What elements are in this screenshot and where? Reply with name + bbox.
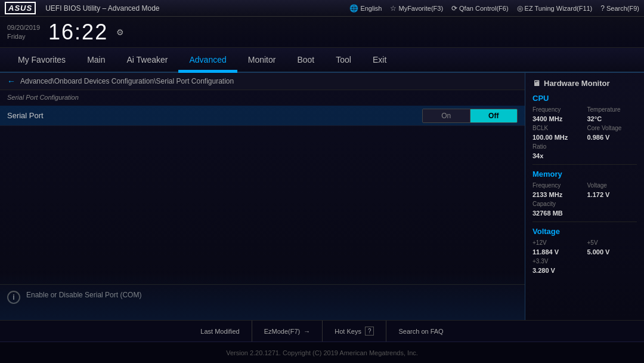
datetime-bar: 09/20/2019 Friday 16:22 ⚙ [0,17,644,48]
hw-divider-2 [532,222,637,222]
nav-ai-tweaker[interactable]: Ai Tweaker [116,48,178,72]
ezmode-item[interactable]: EzMode(F7) → [252,321,323,342]
star-icon: ☆ [390,4,397,13]
nav-exit[interactable]: Exit [362,48,397,72]
mem-volt-label: Voltage [587,182,637,189]
volt-5v-value: 5.000 V [587,248,637,256]
mem-freq-label: Frequency [532,182,583,189]
serial-port-toggle[interactable]: On Off [422,109,518,123]
cpu-section-title: CPU [532,94,637,103]
top-bar-items: 🌐 English ☆ MyFavorite(F3) ⟳ Qfan Contro… [349,4,639,13]
volt-33v-label: +3.3V [532,258,583,264]
nav-main[interactable]: Main [76,48,116,72]
top-bar: ASUS UEFI BIOS Utility – Advanced Mode 🌐… [0,0,644,17]
cpu-bclk-value: 100.00 MHz [532,134,583,141]
nav-tool[interactable]: Tool [325,48,362,72]
fan-icon: ⟳ [451,4,457,13]
footer: Version 2.20.1271. Copyright (C) 2019 Am… [0,342,644,363]
cpu-corevolt-value: 0.986 V [587,134,637,141]
globe-icon: 🌐 [349,4,358,13]
cpu-ratio-value: 34x [532,152,583,159]
hotkeys-label: Hot Keys [335,328,361,335]
bios-title: UEFI BIOS Utility – Advanced Mode [45,4,342,13]
language-selector[interactable]: 🌐 English [349,4,382,13]
table-row[interactable]: Serial Port On Off [0,106,525,126]
nav-monitor[interactable]: Monitor [237,48,287,72]
toggle-on-button[interactable]: On [423,109,470,122]
info-bar: i Enable or Disable Serial Port (COM) [0,284,525,320]
mem-cap-label-empty [587,201,637,207]
mem-cap-value: 32768 MB [532,210,583,217]
hw-divider-1 [532,164,637,165]
status-bar: Last Modified EzMode(F7) → Hot Keys ? Se… [0,320,644,342]
hotkeys-icon-box: ? [365,327,374,336]
mem-volt-value: 1.172 V [587,191,637,198]
voltage-section-title: Voltage [532,227,637,236]
mem-cap-label: Capacity [532,201,583,207]
ezmode-label: EzMode(F7) [264,328,301,335]
cpu-temp-label: Temperature [587,106,637,113]
wizard-icon: ◎ [517,4,523,13]
info-text: Enable or Disable Serial Port (COM) [26,290,141,300]
search-faq-label: Search on FAQ [398,328,443,335]
search-icon: ? [600,4,605,13]
search-button[interactable]: ? Search(F9) [600,4,639,13]
cpu-freq-label: Frequency [532,106,583,113]
cpu-ratio-label-empty [587,143,637,150]
cpu-corevolt-label: Core Voltage [587,125,637,131]
serial-port-label: Serial Port [7,111,422,120]
volt-5v-label: +5V [587,239,637,246]
ez-tuning-button[interactable]: ◎ EZ Tuning Wizard(F11) [517,4,593,13]
toggle-off-button[interactable]: Off [470,109,518,122]
cpu-grid: Frequency Temperature 3400 MHz 32°C BCLK… [532,106,637,159]
mem-freq-value: 2133 MHz [532,191,583,198]
memory-section-title: Memory [532,170,637,179]
cpu-freq-value: 3400 MHz [532,115,583,122]
nav-advanced[interactable]: Advanced [178,48,237,73]
last-modified-label: Last Modified [200,328,239,335]
time-display: 16:22 [48,20,108,45]
cpu-ratio-label: Ratio [532,143,583,150]
back-button[interactable]: ← [7,76,16,86]
monitor-icon: 🖥 [532,79,540,88]
info-icon: i [7,291,20,304]
volt-12v-value: 11.884 V [532,248,583,256]
section-label: Serial Port Configuration [0,90,525,103]
cpu-temp-value: 32°C [587,115,637,122]
breadcrumb-bar: ← Advanced\Onboard Devices Configuration… [0,73,525,90]
memory-grid: Frequency Voltage 2133 MHz 1.172 V Capac… [532,182,637,217]
breadcrumb: Advanced\Onboard Devices Configuration\S… [20,77,234,85]
nav-my-favorites[interactable]: My Favorites [7,48,76,72]
search-faq-item[interactable]: Search on FAQ [386,321,455,342]
hw-monitor-sidebar: 🖥 Hardware Monitor CPU Frequency Tempera… [525,73,644,320]
volt-12v-label: +12V [532,239,583,246]
volt-33v-value: 3.280 V [532,267,583,274]
nav-boot[interactable]: Boot [286,48,325,72]
asus-logo: ASUS [5,2,36,14]
date-display: 09/20/2019 Friday [7,23,40,41]
nav-menu: My Favorites Main Ai Tweaker Advanced Mo… [0,48,644,73]
content-area: ← Advanced\Onboard Devices Configuration… [0,73,525,320]
qfan-control-button[interactable]: ⟳ Qfan Control(F6) [451,4,509,13]
bios-table: Serial Port On Off [0,103,525,284]
settings-icon[interactable]: ⚙ [116,27,124,37]
cpu-bclk-label: BCLK [532,125,583,131]
main-layout: ← Advanced\Onboard Devices Configuration… [0,73,644,320]
last-modified-item: Last Modified [188,321,252,342]
voltage-grid: +12V +5V 11.884 V 5.000 V +3.3V 3.280 V [532,239,637,274]
ezmode-icon: → [304,328,310,335]
footer-text: Version 2.20.1271. Copyright (C) 2019 Am… [226,349,418,356]
hotkeys-item: Hot Keys ? [323,321,386,342]
hw-monitor-title: 🖥 Hardware Monitor [532,79,637,88]
volt-33v-label-empty [587,258,637,264]
my-favorite-button[interactable]: ☆ MyFavorite(F3) [390,4,443,13]
